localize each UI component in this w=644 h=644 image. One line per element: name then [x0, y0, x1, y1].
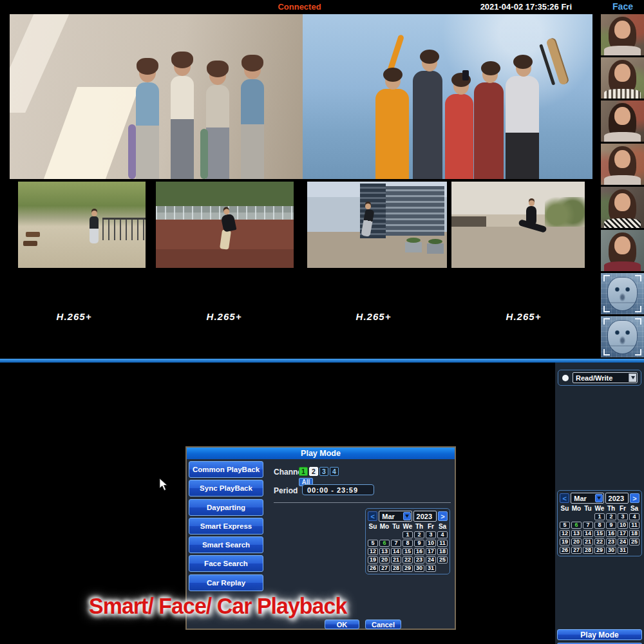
- calendar-day[interactable]: 5: [368, 540, 378, 547]
- calendar-day[interactable]: 22: [402, 556, 413, 564]
- calendar-day[interactable]: 11: [437, 540, 448, 547]
- calendar-day[interactable]: 26: [368, 565, 378, 572]
- calendar-day[interactable]: 14: [583, 530, 593, 537]
- camera-tile-2[interactable]: [303, 14, 592, 179]
- calendar-day[interactable]: 20: [379, 556, 390, 564]
- cancel-button[interactable]: Cancel: [365, 620, 401, 629]
- calendar-day[interactable]: 1: [402, 531, 413, 538]
- calendar-day[interactable]: 23: [414, 556, 424, 564]
- calendar-day[interactable]: 28: [391, 565, 401, 572]
- calendar-day[interactable]: 31: [426, 565, 436, 572]
- face-thumbnail[interactable]: [601, 316, 644, 357]
- calendar-day[interactable]: 10: [426, 540, 436, 547]
- calendar-day[interactable]: 17: [618, 530, 628, 537]
- calendar-day[interactable]: 26: [560, 547, 570, 554]
- playback-menu-button[interactable]: Sync PlayBack: [189, 480, 263, 497]
- calendar-day[interactable]: 18: [437, 548, 448, 555]
- face-thumbnail[interactable]: [601, 57, 644, 99]
- calendar-day[interactable]: 23: [606, 538, 616, 545]
- calendar-day[interactable]: 6: [571, 522, 582, 529]
- play-mode-button[interactable]: Play Mode: [557, 629, 642, 640]
- calendar-day[interactable]: 25: [629, 538, 639, 545]
- playback-menu-button[interactable]: Dayparting: [189, 499, 263, 516]
- playback-menu-button[interactable]: Car Replay: [189, 574, 263, 591]
- calendar-day[interactable]: 2: [414, 531, 424, 538]
- camera-tile-6[interactable]: [451, 182, 585, 268]
- calendar-day[interactable]: 19: [368, 556, 378, 564]
- period-input[interactable]: 00:00 - 23:59: [302, 484, 374, 495]
- dialog-title-bar[interactable]: Play Mode: [187, 448, 455, 459]
- calendar-day[interactable]: 16: [606, 530, 616, 537]
- calendar-day[interactable]: 10: [618, 522, 628, 529]
- calendar-day[interactable]: 20: [571, 538, 582, 545]
- calendar-year-field[interactable]: 2023: [413, 511, 437, 522]
- channel-2-button[interactable]: 2: [309, 467, 318, 476]
- calendar-day[interactable]: 28: [583, 547, 593, 554]
- calendar-day[interactable]: 3: [426, 531, 436, 538]
- ok-button[interactable]: OK: [325, 620, 359, 629]
- calendar-day[interactable]: 12: [560, 530, 570, 537]
- calendar-day[interactable]: 29: [594, 547, 605, 554]
- calendar-day[interactable]: 25: [437, 556, 448, 564]
- calendar-prev-button[interactable]: <: [368, 511, 377, 521]
- calendar-day[interactable]: 17: [426, 548, 436, 555]
- channel-4-button[interactable]: 4: [330, 467, 339, 476]
- calendar-next-button[interactable]: >: [630, 493, 639, 503]
- calendar-day[interactable]: 12: [368, 548, 378, 555]
- dropdown-arrow-icon[interactable]: [629, 374, 636, 382]
- calendar-day[interactable]: 15: [594, 530, 605, 537]
- camera-tile-1[interactable]: [10, 14, 303, 179]
- calendar-day[interactable]: 21: [583, 538, 593, 545]
- calendar-day[interactable]: 13: [571, 530, 582, 537]
- calendar-day[interactable]: 24: [426, 556, 436, 564]
- storage-mode-select[interactable]: Read/Write: [573, 372, 638, 383]
- calendar-day[interactable]: 2: [606, 513, 616, 520]
- calendar-day[interactable]: 31: [618, 547, 628, 554]
- calendar-day[interactable]: 14: [391, 548, 401, 555]
- channel-3-button[interactable]: 3: [319, 467, 328, 476]
- face-thumbnail[interactable]: [601, 100, 644, 142]
- playback-menu-button[interactable]: Common PlayBack: [189, 461, 263, 478]
- calendar-month-select[interactable]: Mar: [379, 511, 412, 522]
- calendar-day[interactable]: 18: [629, 530, 639, 537]
- calendar-day[interactable]: 13: [379, 548, 390, 555]
- dropdown-arrow-icon[interactable]: [595, 494, 603, 502]
- face-thumbnail[interactable]: [601, 187, 644, 228]
- calendar-day[interactable]: 27: [571, 547, 582, 554]
- calendar-day[interactable]: 4: [629, 513, 639, 520]
- calendar-day[interactable]: 8: [594, 522, 605, 529]
- face-thumbnail[interactable]: [601, 144, 644, 185]
- calendar-day[interactable]: 16: [414, 548, 424, 555]
- calendar-day[interactable]: 19: [560, 538, 570, 545]
- storage-radio-button[interactable]: [562, 375, 569, 381]
- playback-menu-button[interactable]: Face Search: [189, 555, 263, 572]
- calendar-day[interactable]: 21: [391, 556, 401, 564]
- calendar-day[interactable]: 7: [391, 540, 401, 547]
- calendar-prev-button[interactable]: <: [560, 493, 569, 503]
- calendar-day[interactable]: 5: [560, 522, 570, 529]
- camera-tile-5[interactable]: [307, 182, 447, 268]
- calendar-month-select[interactable]: Mar: [571, 493, 603, 504]
- calendar-day[interactable]: 22: [594, 538, 605, 545]
- face-thumbnail[interactable]: [601, 230, 644, 271]
- camera-tile-3[interactable]: [18, 182, 146, 268]
- calendar-day[interactable]: 3: [618, 513, 628, 520]
- calendar-day[interactable]: 8: [402, 540, 413, 547]
- calendar-year-field[interactable]: 2023: [605, 493, 629, 504]
- camera-tile-4[interactable]: [156, 182, 294, 268]
- calendar-day[interactable]: 9: [414, 540, 424, 547]
- calendar-day[interactable]: 30: [414, 565, 424, 572]
- dropdown-arrow-icon[interactable]: [403, 512, 411, 520]
- playback-menu-button[interactable]: Smart Express: [189, 518, 263, 535]
- calendar-day[interactable]: 1: [594, 513, 605, 520]
- calendar-day[interactable]: 7: [583, 522, 593, 529]
- calendar-day[interactable]: 9: [606, 522, 616, 529]
- calendar-day[interactable]: 11: [629, 522, 639, 529]
- calendar-day[interactable]: 29: [402, 565, 413, 572]
- playback-menu-button[interactable]: Smart Search: [189, 536, 263, 553]
- face-panel-title[interactable]: Face: [612, 1, 633, 12]
- calendar-next-button[interactable]: >: [438, 511, 448, 521]
- calendar-day[interactable]: 4: [437, 531, 448, 538]
- calendar-day[interactable]: 30: [606, 547, 616, 554]
- calendar-day[interactable]: 27: [379, 565, 390, 572]
